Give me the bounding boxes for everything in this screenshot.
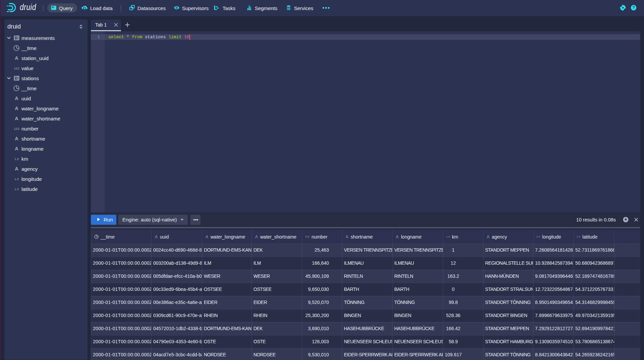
svg-text:?: ?: [632, 5, 635, 10]
